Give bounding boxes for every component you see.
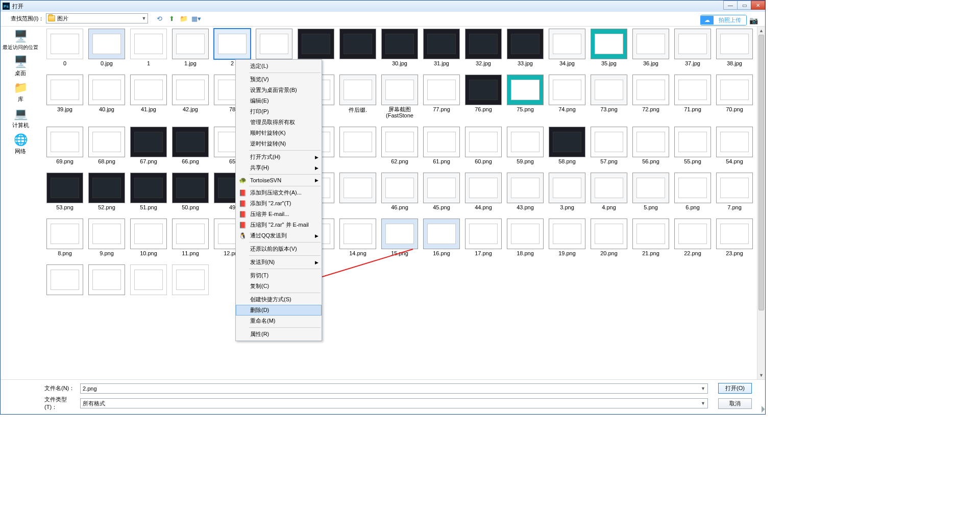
file-item[interactable]: 23.png: [716, 219, 753, 256]
filename-combo[interactable]: 2.png ▼: [80, 383, 708, 394]
file-item[interactable]: 70.png: [716, 75, 753, 118]
lookin-combo[interactable]: 图片 ▼: [46, 13, 148, 23]
file-item[interactable]: [339, 29, 376, 66]
file-item[interactable]: 件后缀.: [339, 75, 376, 118]
file-item[interactable]: 42.jpg: [172, 75, 209, 118]
file-item[interactable]: 4.png: [591, 173, 627, 210]
file-item[interactable]: 50.png: [172, 173, 209, 210]
context-item[interactable]: 📕添加到 "2.rar"(T): [236, 198, 322, 209]
file-item[interactable]: 57.png: [591, 127, 627, 164]
file-item[interactable]: 32.jpg: [465, 29, 502, 66]
file-item[interactable]: 72.png: [632, 75, 669, 118]
file-item[interactable]: 17.png: [465, 219, 502, 256]
file-item[interactable]: 59.png: [507, 127, 544, 164]
camera-icon[interactable]: 📷: [749, 16, 758, 25]
file-item[interactable]: 71.png: [674, 75, 711, 118]
scroll-down-icon[interactable]: ▼: [757, 371, 765, 379]
context-item[interactable]: 共享(H)▶: [236, 162, 322, 173]
context-item[interactable]: 还原以前的版本(V): [236, 244, 322, 254]
context-item[interactable]: 管理员取得所有权: [236, 117, 322, 128]
sidebar-item-libraries[interactable]: 📁 库: [13, 81, 28, 103]
file-item[interactable]: 15.png: [381, 219, 418, 256]
file-item[interactable]: 1.jpg: [172, 29, 209, 66]
context-item[interactable]: 📕添加到压缩文件(A)...: [236, 187, 322, 198]
file-item[interactable]: 74.png: [549, 75, 585, 118]
file-item[interactable]: [88, 264, 125, 296]
file-item[interactable]: 屏幕截图 (FastStone Cap...: [381, 75, 418, 118]
file-item[interactable]: 33.jpg: [507, 29, 544, 66]
file-item[interactable]: 34.jpg: [549, 29, 585, 66]
file-item[interactable]: 55.png: [674, 127, 711, 164]
file-item[interactable]: 8.png: [46, 219, 83, 256]
file-item[interactable]: 22.png: [674, 219, 711, 256]
file-item[interactable]: 18.png: [507, 219, 544, 256]
filetype-combo[interactable]: 所有格式 ▼: [80, 398, 708, 408]
open-button[interactable]: 打开(O): [718, 383, 752, 394]
sidebar-item-network[interactable]: 🌐 网络: [13, 133, 28, 155]
file-item[interactable]: 45.png: [423, 173, 460, 210]
sidebar-item-recent[interactable]: 🖥️ 最近访问的位置: [3, 30, 38, 51]
cancel-button[interactable]: 取消: [718, 398, 752, 409]
file-item[interactable]: 46.png: [381, 173, 418, 210]
scroll-track[interactable]: [757, 35, 765, 371]
file-item[interactable]: 1: [130, 29, 167, 66]
file-item[interactable]: 21.png: [632, 219, 669, 256]
file-item[interactable]: 67.png: [130, 127, 167, 164]
file-item[interactable]: 6.png: [674, 173, 711, 210]
scroll-up-icon[interactable]: ▲: [757, 27, 765, 35]
file-item[interactable]: 30.jpg: [381, 29, 418, 66]
context-item[interactable]: 复制(C): [236, 281, 322, 292]
context-item[interactable]: 选定(L): [236, 61, 322, 71]
file-item[interactable]: 60.png: [465, 127, 502, 164]
sidebar-item-desktop[interactable]: 🖥️ 桌面: [13, 55, 28, 77]
scroll-thumb[interactable]: [758, 35, 764, 310]
file-item[interactable]: 36.jpg: [632, 29, 669, 66]
file-grid-scroll[interactable]: 00.jpg11.jpg230.jpg31.jpg32.jpg33.jpg34.…: [40, 27, 757, 379]
context-item[interactable]: 📕压缩到 "2.rar" 并 E-mail: [236, 220, 322, 230]
context-item[interactable]: 设置为桌面背景(B): [236, 85, 322, 95]
file-item[interactable]: 73.png: [591, 75, 627, 118]
file-item[interactable]: 58.png: [549, 127, 585, 164]
file-item[interactable]: 20.png: [591, 219, 627, 256]
file-item[interactable]: 35.jpg: [591, 29, 627, 66]
context-item[interactable]: 打开方式(H)▶: [236, 152, 322, 162]
file-item[interactable]: 51.png: [130, 173, 167, 210]
context-item[interactable]: 🐧通过QQ发送到▶: [236, 230, 322, 241]
file-item[interactable]: 53.png: [46, 173, 83, 210]
upload-pill[interactable]: ☁ 拍照上传: [700, 15, 747, 26]
file-item[interactable]: 0: [46, 29, 83, 66]
context-item[interactable]: 逆时针旋转(N): [236, 138, 322, 149]
file-item[interactable]: 76.png: [465, 75, 502, 118]
file-item[interactable]: 9.png: [88, 219, 125, 256]
context-item[interactable]: 📕压缩并 E-mail...: [236, 209, 322, 220]
context-item[interactable]: 预览(V): [236, 74, 322, 85]
file-item[interactable]: 61.png: [423, 127, 460, 164]
new-folder-icon[interactable]: 📁: [179, 14, 189, 23]
file-item[interactable]: 41.jpg: [130, 75, 167, 118]
file-item[interactable]: 39.jpg: [46, 75, 83, 118]
file-item[interactable]: [130, 264, 167, 296]
minimize-button[interactable]: —: [723, 1, 738, 10]
views-icon[interactable]: ▦▾: [191, 14, 201, 23]
sidebar-item-computer[interactable]: 💻 计算机: [12, 107, 29, 129]
up-folder-icon[interactable]: ⬆: [166, 14, 177, 23]
close-button[interactable]: ✕: [751, 1, 765, 10]
context-item[interactable]: 打印(P): [236, 106, 322, 117]
file-item[interactable]: 0.jpg: [88, 29, 125, 66]
context-item[interactable]: 创建快捷方式(S): [236, 294, 322, 305]
file-item[interactable]: 77.png: [423, 75, 460, 118]
file-item[interactable]: [172, 264, 209, 296]
file-item[interactable]: 66.png: [172, 127, 209, 164]
file-item[interactable]: 11.png: [172, 219, 209, 256]
vertical-scrollbar[interactable]: ▲ ▼: [757, 27, 765, 379]
file-item[interactable]: 10.png: [130, 219, 167, 256]
file-item[interactable]: 62.png: [381, 127, 418, 164]
file-item[interactable]: 16.png: [423, 219, 460, 256]
context-item[interactable]: 删除(D): [236, 305, 322, 316]
context-item[interactable]: 🐢TortoiseSVN▶: [236, 176, 322, 185]
file-item[interactable]: 38.jpg: [716, 29, 753, 66]
context-item[interactable]: 编辑(E): [236, 95, 322, 106]
file-item[interactable]: 75.png: [507, 75, 544, 118]
file-item[interactable]: 40.jpg: [88, 75, 125, 118]
file-item[interactable]: 7.png: [716, 173, 753, 210]
